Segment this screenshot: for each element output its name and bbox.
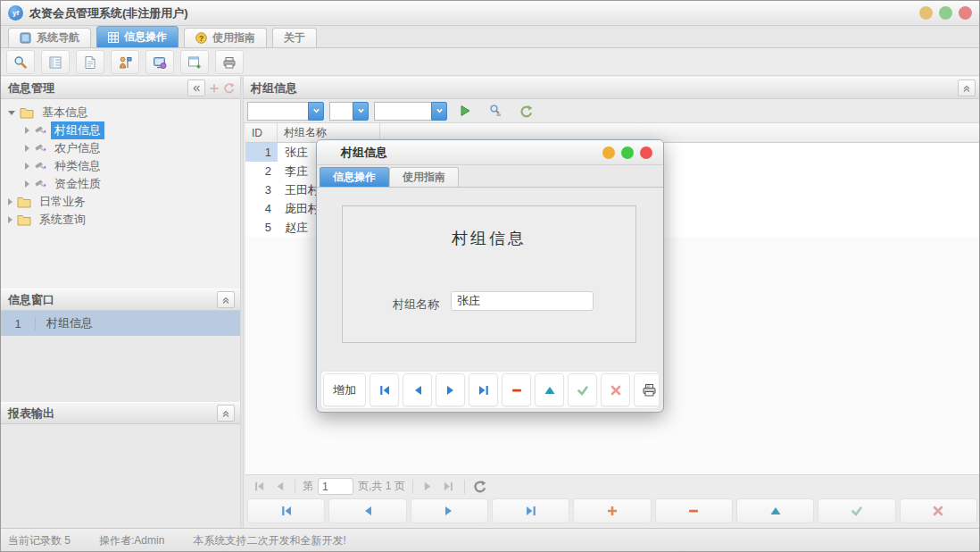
- filter-combo-3[interactable]: [374, 102, 447, 121]
- record-next-button[interactable]: [411, 498, 488, 523]
- expander-icon[interactable]: [8, 198, 12, 205]
- add-icon[interactable]: [209, 83, 220, 94]
- village-form: 村组信息 村组名称: [342, 205, 636, 343]
- tree-item-daily-business[interactable]: 日常业务: [1, 193, 240, 211]
- dialog-tab-info-operation[interactable]: 信息操作: [320, 167, 389, 187]
- splitter[interactable]: [240, 77, 244, 528]
- collapse-up-button[interactable]: [217, 291, 235, 308]
- tree-item-farmer-info[interactable]: 农户信息: [1, 139, 240, 157]
- double-chevron-up-icon: [961, 83, 972, 94]
- dialog-tabstrip: 信息操作 使用指南: [317, 165, 663, 188]
- record-prev-button[interactable]: [328, 498, 406, 523]
- tree-item-fund-nature[interactable]: 资金性质: [1, 175, 240, 193]
- maximize-button[interactable]: [939, 6, 952, 20]
- search-button[interactable]: [6, 50, 35, 74]
- expander-icon[interactable]: [25, 180, 29, 188]
- page-prev-button[interactable]: [271, 479, 287, 495]
- first-icon: [378, 384, 391, 397]
- edit-button[interactable]: [535, 373, 564, 406]
- delete-button[interactable]: [502, 373, 531, 406]
- record-save-button[interactable]: [818, 498, 895, 523]
- column-header-id[interactable]: ID: [245, 123, 278, 142]
- first-record-button[interactable]: [370, 373, 399, 406]
- record-first-button[interactable]: [247, 498, 325, 523]
- refresh-button[interactable]: [513, 100, 538, 122]
- expander-icon[interactable]: [25, 145, 29, 152]
- chevron-down-icon[interactable]: [353, 102, 369, 121]
- dialog-minimize-button[interactable]: [602, 146, 615, 159]
- minus-icon: [511, 384, 523, 397]
- window-add-button[interactable]: [180, 50, 209, 74]
- record-cancel-button[interactable]: [900, 498, 977, 523]
- filter-combo-2[interactable]: [329, 102, 369, 121]
- expander-icon[interactable]: [25, 163, 29, 170]
- record-delete-button[interactable]: [655, 498, 733, 523]
- dialog-maximize-button[interactable]: [621, 146, 634, 159]
- save-button[interactable]: [568, 373, 597, 406]
- village-name-input[interactable]: [451, 291, 594, 311]
- tab-info-operation[interactable]: 信息操作: [96, 26, 179, 47]
- dialog-tab-user-guide[interactable]: 使用指南: [389, 167, 459, 187]
- cancel-button[interactable]: [601, 373, 630, 406]
- list-button[interactable]: [41, 50, 70, 74]
- last-record-button[interactable]: [469, 373, 498, 406]
- record-edit-button[interactable]: [736, 498, 814, 523]
- document-button[interactable]: [76, 50, 104, 74]
- main-panel-header: 村组信息: [244, 77, 980, 99]
- tree-item-basic-info[interactable]: 基本信息: [1, 104, 240, 121]
- print-button[interactable]: [215, 50, 244, 74]
- tree-item-system-query[interactable]: 系统查询: [1, 211, 240, 229]
- refresh-icon[interactable]: [223, 82, 235, 94]
- close-button[interactable]: [959, 6, 972, 20]
- page-number-input[interactable]: [318, 478, 353, 495]
- main-toolbar: [244, 99, 980, 123]
- collapse-left-button[interactable]: [187, 79, 205, 96]
- print-button[interactable]: [634, 373, 660, 406]
- play-icon: [459, 105, 471, 117]
- panel-info-manage-header: 信息管理: [1, 77, 240, 99]
- user-flag-icon: [118, 55, 132, 70]
- collapse-up-button[interactable]: [217, 405, 235, 422]
- tree-item-category-info[interactable]: 种类信息: [1, 157, 240, 175]
- monitor-button[interactable]: [145, 50, 174, 74]
- printer-icon: [642, 382, 657, 397]
- expander-icon[interactable]: [8, 111, 15, 115]
- add-button[interactable]: 增加: [323, 373, 366, 406]
- window-title: 农资会员管理系统(非注册用户): [29, 5, 188, 21]
- double-chevron-left-icon: [191, 83, 202, 94]
- panel-info-window-header: 信息窗口: [1, 289, 240, 311]
- prev-record-button[interactable]: [403, 373, 432, 406]
- filter-combo-1[interactable]: [247, 102, 324, 121]
- expander-icon[interactable]: [8, 216, 12, 223]
- page-next-button[interactable]: [420, 479, 436, 495]
- tab-about[interactable]: 关于: [272, 28, 317, 47]
- tab-system-nav[interactable]: 系统导航: [8, 28, 91, 47]
- chevron-down-icon[interactable]: [431, 102, 447, 121]
- page-suffix: 页,共 1 页: [358, 479, 405, 494]
- tool-icon: [34, 124, 46, 137]
- record-nav-bar: [245, 498, 979, 524]
- page-first-button[interactable]: [251, 479, 267, 495]
- record-add-button[interactable]: [573, 498, 651, 523]
- expander-icon[interactable]: [25, 127, 29, 134]
- tab-user-guide[interactable]: ? 使用指南: [184, 28, 267, 47]
- next-page-icon: [422, 481, 434, 492]
- run-query-button[interactable]: [453, 100, 478, 122]
- first-page-icon: [253, 481, 265, 492]
- collapse-up-button[interactable]: [958, 79, 976, 96]
- user-info-button[interactable]: [111, 50, 139, 74]
- minimize-button[interactable]: [919, 6, 933, 20]
- chevron-down-icon[interactable]: [308, 102, 324, 121]
- prev-icon: [361, 505, 374, 517]
- village-name-label: 村组名称: [393, 297, 439, 313]
- tree-item-village-info[interactable]: 村组信息: [1, 121, 240, 139]
- record-count: 当前记录数 5: [8, 533, 71, 548]
- record-last-button[interactable]: [492, 498, 569, 523]
- dialog-header[interactable]: 村组信息: [317, 140, 663, 165]
- page-last-button[interactable]: [441, 479, 457, 495]
- info-window-item[interactable]: 1 村组信息: [1, 311, 240, 336]
- page-refresh-button[interactable]: [472, 479, 488, 495]
- dialog-close-button[interactable]: [640, 146, 652, 159]
- advanced-search-button[interactable]: [483, 100, 508, 122]
- next-record-button[interactable]: [436, 373, 465, 406]
